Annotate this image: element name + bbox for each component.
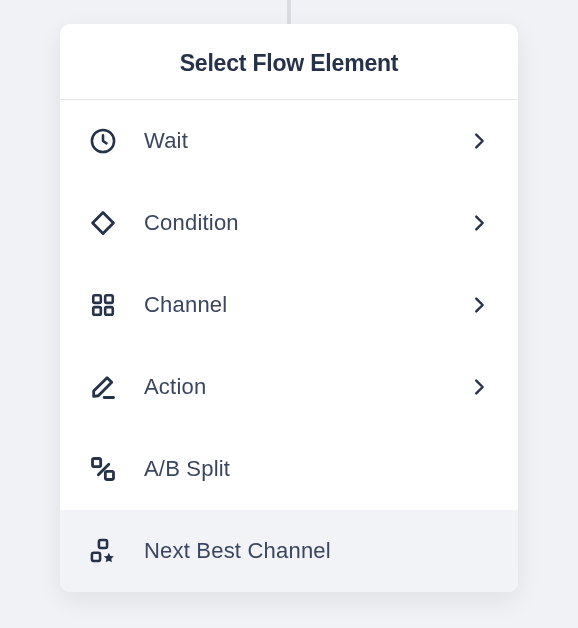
svg-rect-9: [99, 540, 107, 548]
chevron-right-icon: [468, 212, 490, 234]
flow-item-label: Action: [144, 374, 468, 400]
svg-rect-4: [93, 307, 101, 315]
flow-item-action[interactable]: Action: [60, 346, 518, 428]
chevron-right-icon: [468, 130, 490, 152]
flow-item-label: A/B Split: [144, 456, 490, 482]
chevron-right-icon: [468, 294, 490, 316]
svg-rect-2: [93, 295, 101, 303]
nextbest-icon: [88, 536, 118, 566]
select-flow-element-modal: Select Flow Element Wait Condition: [60, 24, 518, 592]
svg-rect-3: [105, 295, 113, 303]
svg-rect-6: [93, 459, 101, 467]
svg-rect-10: [92, 553, 100, 561]
flow-element-list: Wait Condition Channel: [60, 100, 518, 592]
flow-item-condition[interactable]: Condition: [60, 182, 518, 264]
flow-item-label: Wait: [144, 128, 468, 154]
flow-item-label: Next Best Channel: [144, 538, 490, 564]
edit-icon: [88, 372, 118, 402]
modal-title: Select Flow Element: [60, 24, 518, 100]
grid-icon: [88, 290, 118, 320]
clock-icon: [88, 126, 118, 156]
svg-rect-1: [93, 213, 114, 234]
flow-item-next-best-channel[interactable]: Next Best Channel: [60, 510, 518, 592]
flow-item-ab-split[interactable]: A/B Split: [60, 428, 518, 510]
flow-item-label: Channel: [144, 292, 468, 318]
flow-item-channel[interactable]: Channel: [60, 264, 518, 346]
svg-rect-7: [105, 471, 113, 479]
flow-item-label: Condition: [144, 210, 468, 236]
svg-rect-5: [105, 307, 113, 315]
diamond-icon: [88, 208, 118, 238]
absplit-icon: [88, 454, 118, 484]
flow-item-wait[interactable]: Wait: [60, 100, 518, 182]
chevron-right-icon: [468, 376, 490, 398]
